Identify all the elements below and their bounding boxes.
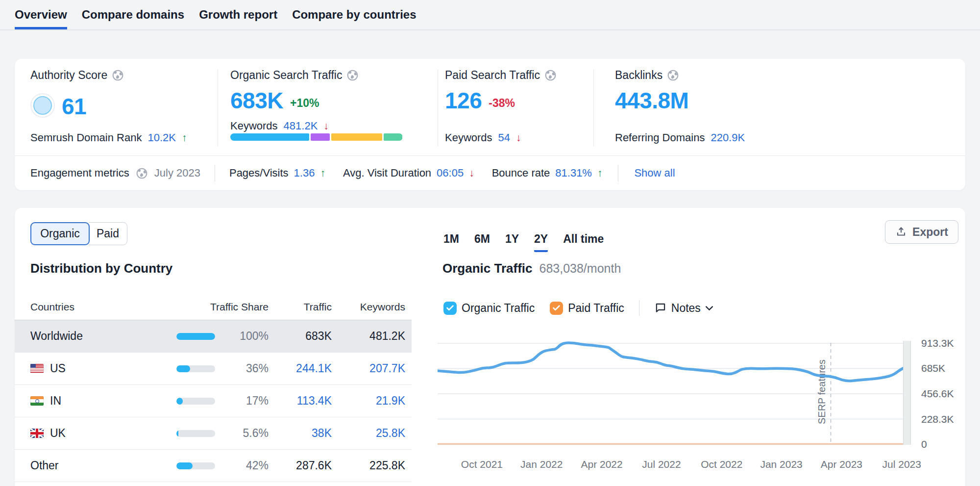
traffic-link[interactable]: 244.1K <box>269 353 332 384</box>
table-row-other[interactable]: Other 42% 287.6K 225.8K <box>15 450 412 482</box>
range-6m[interactable]: 6M <box>474 232 490 252</box>
organic-traffic-checkbox[interactable] <box>443 302 457 315</box>
traffic-link[interactable]: 38K <box>269 417 332 449</box>
country-table: Countries Traffic Share Traffic Keywords… <box>15 294 412 482</box>
x-axis-label: Jan 2022 <box>510 459 573 470</box>
backlinks-block: Backlinks 443.8M Referring Domains 220.9… <box>615 59 811 155</box>
engagement-metrics-row: Engagement metrics July 2023 Pages/Visit… <box>15 155 965 190</box>
pages-visits-metric: Pages/Visits 1.36 ↑ <box>229 167 325 179</box>
authority-score-gauge <box>30 93 55 118</box>
col-countries: Countries <box>30 294 74 320</box>
organic-traffic-change: +10% <box>290 97 319 112</box>
backlinks-value: 443.8M <box>615 89 688 112</box>
table-row-in[interactable]: IN 17% 113.4K 21.9K <box>15 385 412 417</box>
table-row-worldwide[interactable]: Worldwide 100% 683K 481.2K <box>15 320 412 353</box>
domain-rank-label: Semrush Domain Rank <box>30 131 142 144</box>
tab-compare-by-countries[interactable]: Compare by countries <box>292 0 416 29</box>
y-axis-label: 228.3K <box>921 413 954 425</box>
col-traffic-share: Traffic Share <box>176 294 269 320</box>
y-axis-label: 913.3K <box>921 337 954 349</box>
trend-up-icon: ↑ <box>182 132 187 144</box>
show-all-link[interactable]: Show all <box>634 167 675 179</box>
keywords-link[interactable]: 21.9K <box>332 385 405 417</box>
legend-organic-traffic: Organic Traffic <box>443 302 535 315</box>
paid-traffic-checkbox[interactable] <box>550 302 563 315</box>
range-1m[interactable]: 1M <box>443 232 459 252</box>
traffic-share-bar <box>176 365 215 372</box>
divider <box>593 70 594 146</box>
keywords-bar-segment-purple <box>311 133 330 141</box>
keywords-intent-bar <box>230 133 403 141</box>
range-all-time[interactable]: All time <box>563 232 604 252</box>
divider <box>618 165 618 181</box>
keywords-link[interactable]: 25.8K <box>332 417 405 449</box>
trend-down-icon: ↓ <box>469 167 474 179</box>
check-icon <box>553 305 560 311</box>
keywords-bar-segment-blue <box>230 133 309 141</box>
toggle-paid[interactable]: Paid <box>89 222 127 245</box>
info-globe-icon[interactable] <box>347 70 358 81</box>
upload-icon <box>895 226 907 238</box>
keywords-bar-segment-yellow <box>331 133 383 141</box>
tab-compare-domains[interactable]: Compare domains <box>82 0 184 29</box>
organic-traffic-subtitle: 683,038/month <box>539 261 621 276</box>
keywords-bar-segment-green <box>384 133 402 141</box>
tab-overview[interactable]: Overview <box>15 0 67 29</box>
paid-keywords-value[interactable]: 54 <box>498 131 510 144</box>
engagement-metrics-label: Engagement metrics <box>30 167 129 179</box>
referring-domains-label: Referring Domains <box>615 131 705 144</box>
us-flag-icon <box>30 364 44 373</box>
traffic-share-bar <box>176 333 215 340</box>
x-axis-label: Jul 2022 <box>630 459 693 470</box>
authority-score-label: Authority Score <box>30 69 107 82</box>
organic-traffic-label: Organic Search Traffic <box>230 69 342 82</box>
chart-plot[interactable]: SERP features <box>438 341 904 445</box>
toggle-organic[interactable]: Organic <box>30 222 90 245</box>
chevron-down-icon <box>705 306 713 311</box>
col-keywords: Keywords <box>332 294 405 320</box>
table-row-uk[interactable]: UK 5.6% 38K 25.8K <box>15 417 412 450</box>
domain-rank-value[interactable]: 10.2K <box>147 131 176 144</box>
divider <box>438 70 438 146</box>
range-1y[interactable]: 1Y <box>505 232 519 252</box>
organic-paid-toggle: Organic Paid <box>30 222 127 245</box>
x-axis-label: Jul 2023 <box>870 459 933 470</box>
bounce-rate-metric: Bounce rate 81.31% ↑ <box>492 167 603 179</box>
range-2y[interactable]: 2Y <box>534 232 548 252</box>
notes-dropdown[interactable]: Notes <box>654 302 713 315</box>
x-axis-label: Apr 2023 <box>809 459 873 470</box>
authority-score-value: 61 <box>62 95 86 118</box>
keywords-value[interactable]: 481.2K <box>284 120 318 132</box>
y-axis-label: 456.6K <box>921 388 954 400</box>
info-globe-icon[interactable] <box>112 70 123 81</box>
paid-traffic-label: Paid Search Traffic <box>445 69 540 82</box>
referring-domains-value[interactable]: 220.9K <box>710 131 745 144</box>
keywords-link[interactable]: 207.7K <box>332 353 405 384</box>
traffic-link[interactable]: 113.4K <box>269 385 332 417</box>
engagement-period: July 2023 <box>154 167 200 179</box>
trend-up-icon: ↑ <box>597 167 603 179</box>
organic-traffic-chart[interactable]: SERP features 913.3K685K456.6K228.3K0Oct… <box>438 341 972 486</box>
info-globe-icon[interactable] <box>667 70 679 81</box>
distribution-title: Distribution by Country <box>30 261 172 276</box>
export-button[interactable]: Export <box>885 220 958 244</box>
traffic-share-bar <box>176 398 215 405</box>
table-row-us[interactable]: US 36% 244.1K 207.7K <box>15 353 412 385</box>
backlinks-label: Backlinks <box>615 69 662 82</box>
avg-visit-duration-metric: Avg. Visit Duration 06:05 ↓ <box>343 167 474 179</box>
info-globe-icon[interactable] <box>545 70 556 81</box>
tab-growth-report[interactable]: Growth report <box>199 0 277 29</box>
authority-score-block: Authority Score 61 Semrush Domain Rank 1… <box>30 59 217 155</box>
table-header: Countries Traffic Share Traffic Keywords <box>15 294 412 320</box>
keywords-label: Keywords <box>230 120 278 132</box>
divider <box>218 70 218 146</box>
top-nav: Overview Compare domains Growth report C… <box>0 0 980 30</box>
trend-down-icon: ↓ <box>516 132 521 144</box>
organic-traffic-value: 683K <box>230 89 283 112</box>
info-globe-icon[interactable] <box>136 168 147 179</box>
col-traffic: Traffic <box>269 294 332 320</box>
paid-traffic-value: 126 <box>445 89 482 112</box>
organic-traffic-title: Organic Traffic 683,038/month <box>442 261 621 276</box>
traffic-value: 683K <box>269 320 332 352</box>
divider <box>215 165 215 181</box>
